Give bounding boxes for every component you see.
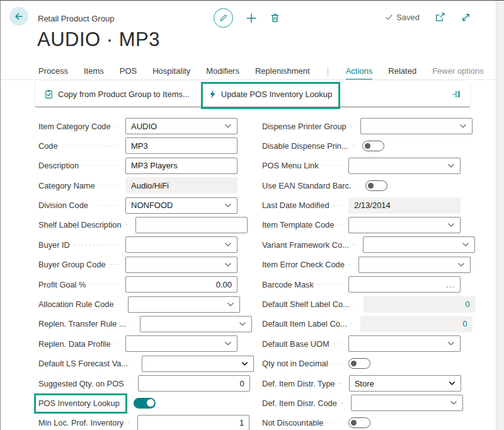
input-default-shelf-label-co: 0	[364, 296, 476, 313]
breadcrumb[interactable]: Retail Product Group	[38, 14, 114, 23]
combo-item-error-check-code[interactable]	[358, 257, 471, 273]
field-value: 0.00	[131, 280, 232, 289]
field-row-variant-framework-co: Variant Framework Co...	[262, 236, 461, 253]
combo-default-base-uom[interactable]	[348, 335, 461, 352]
field-label-default-base-uom: Default Base UOM	[262, 339, 329, 349]
dotted-leader	[349, 264, 353, 265]
back-button[interactable]	[9, 7, 28, 26]
input-default-item-label-co: 0	[360, 316, 472, 332]
field-value: 2/13/2014	[354, 200, 455, 210]
edit-button[interactable]	[214, 8, 233, 28]
pin-button[interactable]	[452, 89, 462, 100]
tab-modifiers[interactable]: Modifiers	[206, 66, 239, 79]
tab-hospitality[interactable]: Hospitality	[152, 66, 190, 79]
assist-edit-icon[interactable]: ...	[446, 280, 455, 289]
chevron-down-icon	[447, 341, 455, 346]
chevron-down-icon	[224, 262, 232, 267]
expand-button[interactable]	[461, 12, 471, 23]
tab-actions[interactable]: Actions	[346, 66, 373, 80]
input-description[interactable]: MP3 Players	[125, 158, 238, 174]
field-row-buyer-group-code: Buyer Group Code	[38, 257, 238, 273]
field-row-pos-inventory-lookup: POS Inventory Lookup	[38, 395, 238, 411]
dotted-leader	[110, 264, 120, 265]
action-update-pos-inventory-lookup[interactable]: Update POS Inventory Lookup	[209, 90, 332, 99]
combo-dispense-printer-group[interactable]	[360, 118, 472, 134]
page-title: AUDIO · MP3	[37, 28, 160, 51]
dotted-leader	[62, 146, 120, 146]
field-row-profit-goal: Profit Goal %0.00	[38, 276, 238, 293]
toggle-disable-dispense-prin[interactable]	[362, 141, 384, 151]
input-profit-goal[interactable]: 0.00	[125, 276, 238, 293]
field-label-dispense-printer-group: Dispense Printer Group	[262, 122, 346, 131]
field-row-not-discountable: Not Discountable	[262, 415, 461, 430]
combo-pos-menu-link[interactable]	[348, 158, 461, 174]
combo-item-template-code[interactable]	[348, 217, 461, 233]
toggle-pos-inventory-lookup[interactable]	[134, 398, 156, 409]
action-copy-from-product-group-to-items[interactable]: Copy from Product Group to Items...	[44, 90, 190, 99]
chevron-down-icon	[457, 262, 465, 267]
field-row-allocation-rule-code: Allocation Rule Code	[38, 296, 238, 313]
dotted-leader	[100, 185, 120, 186]
input-suggested-qty-on-pos[interactable]: 0	[138, 375, 250, 392]
tab-fewer-options[interactable]: Fewer options	[432, 66, 484, 79]
field-row-suggested-qty-on-pos: Suggested Qty. on POS0	[38, 375, 238, 392]
vertical-scrollbar[interactable]	[496, 1, 504, 430]
field-row-min-loc-prof-inventory: Min Loc. Prof. Inventory1	[38, 415, 238, 430]
toggle-knob	[351, 361, 357, 366]
combo-replen-transfer-rule[interactable]	[140, 316, 252, 332]
back-arrow-icon	[14, 11, 24, 21]
tab-pos[interactable]: POS	[120, 66, 137, 79]
tab-replenishment[interactable]: Replenishment	[255, 66, 310, 79]
toggle-not-discountable[interactable]	[348, 417, 370, 428]
new-button[interactable]	[246, 13, 257, 24]
toggle-use-ean-standard-barc[interactable]	[365, 180, 387, 191]
expand-icon	[461, 12, 471, 23]
input-category-name: Audio/HiFi	[125, 177, 238, 194]
select-def-item-distr-type[interactable]: Store	[349, 375, 461, 392]
field-value[interactable]: 0	[366, 319, 467, 328]
combo-division-code[interactable]: NONFOOD	[125, 197, 238, 214]
tab-related[interactable]: Related	[388, 66, 416, 79]
select-chevron-down-icon	[449, 381, 455, 386]
trash-icon	[270, 13, 280, 23]
combo-item-category-code[interactable]: AUDIO	[125, 118, 238, 134]
field-label-profit-goal: Profit Goal %	[38, 280, 86, 289]
dotted-leader	[128, 422, 132, 423]
dotted-leader	[351, 323, 355, 324]
saved-label: Saved	[396, 13, 420, 22]
field-label-qty-not-in-decimal: Qty not in Decimal	[262, 359, 328, 368]
input-barcode-mask[interactable]: ...	[348, 276, 461, 293]
open-in-window-button[interactable]	[435, 12, 445, 23]
field-label-variant-framework-co: Variant Framework Co...	[262, 240, 349, 250]
input-min-loc-prof-inventory[interactable]: 1	[137, 415, 249, 430]
toggle-qty-not-in-decimal[interactable]	[348, 358, 370, 369]
tab-group-divider	[328, 67, 328, 76]
tab-process[interactable]: Process	[38, 66, 68, 79]
field-row-def-item-distr-code: Def. Item Distr. Code	[262, 395, 461, 411]
combo-replen-data-profile[interactable]	[125, 335, 238, 352]
dotted-leader	[115, 126, 120, 127]
tab-items[interactable]: Items	[84, 66, 104, 79]
field-label-allocation-rule-code: Allocation Rule Code	[38, 299, 114, 309]
form-column-right: Dispense Printer GroupDisable Dispense P…	[262, 118, 461, 430]
chevron-down-icon	[447, 223, 455, 228]
dotted-leader	[334, 344, 343, 344]
delete-button[interactable]	[270, 13, 280, 23]
combo-variant-framework-co[interactable]	[363, 236, 475, 253]
field-row-disable-dispense-prin: Disable Dispense Prin...	[262, 137, 461, 154]
select-default-ls-forecast-va[interactable]	[142, 356, 254, 372]
dotted-leader	[126, 224, 130, 225]
input-shelf-label-description[interactable]	[135, 217, 248, 233]
combo-buyer-group-code[interactable]	[125, 257, 238, 273]
field-value[interactable]: 0	[369, 299, 470, 309]
field-label-def-item-distr-code: Def. Item Distr. Code	[262, 398, 337, 408]
field-row-item-category-code: Item Category CodeAUDIO	[38, 118, 238, 134]
field-row-last-date-modified: Last Date Modified2/13/2014	[262, 197, 461, 214]
input-code[interactable]: MP3	[125, 137, 238, 154]
combo-buyer-id[interactable]	[125, 236, 238, 253]
chevron-down-icon	[239, 322, 246, 327]
field-value: Audio/HiFi	[131, 181, 232, 190]
combo-def-item-distr-code[interactable]	[351, 395, 463, 411]
combo-allocation-rule-code[interactable]	[128, 296, 240, 313]
tabs-divider-line	[1, 79, 504, 80]
